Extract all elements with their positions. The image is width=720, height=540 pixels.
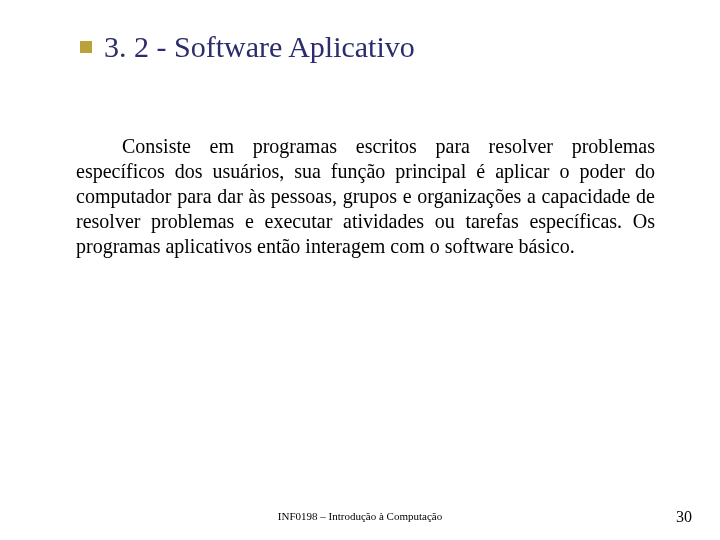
title-bullet-icon <box>80 41 92 53</box>
title-row: 3. 2 - Software Aplicativo <box>80 30 665 64</box>
page-number: 30 <box>676 508 692 526</box>
slide-title: 3. 2 - Software Aplicativo <box>104 30 415 64</box>
slide-footer: INF0198 – Introdução à Computação <box>0 510 720 522</box>
slide-body: Consiste em programas escritos para reso… <box>76 134 655 259</box>
slide-container: 3. 2 - Software Aplicativo Consiste em p… <box>0 0 720 540</box>
